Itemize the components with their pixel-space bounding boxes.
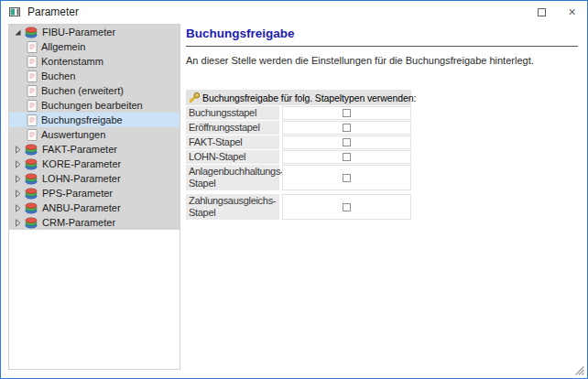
parameter-tree: FIBU-Parameter Allgemein Kontenstamm Buc… — [8, 24, 180, 370]
tree-item-auswertungen[interactable]: Auswertungen — [9, 127, 180, 142]
tree-item-anbu-parameter[interactable]: ANBU-Parameter — [9, 200, 180, 215]
tree-item-fibu-parameter[interactable]: FIBU-Parameter — [9, 25, 180, 39]
tree-item-label: Allgemein — [41, 41, 85, 52]
document-icon — [27, 100, 38, 112]
window-title: Parameter — [27, 5, 79, 18]
window-controls: × — [527, 1, 587, 23]
tree-item-pps-parameter[interactable]: PPS-Parameter — [9, 186, 180, 200]
row-label: Anlagenbuchhaltungs-Stapel — [186, 165, 279, 190]
tree-item-label: LOHN-Parameter — [42, 173, 121, 184]
document-icon — [27, 85, 38, 97]
parameter-window: Parameter × FIBU-Parameter Allgemein Kon… — [0, 0, 588, 379]
checkbox-cell — [282, 165, 411, 190]
anlagenbuchhaltungs-stapel-checkbox[interactable] — [343, 174, 351, 182]
tree-item-label: Buchen — [41, 70, 75, 81]
buchungsstapel-checkbox[interactable] — [343, 109, 351, 117]
tree-item-kore-parameter[interactable]: KORE-Parameter — [9, 157, 180, 171]
row-label: FAKT-Stapel — [186, 135, 279, 149]
tree-item-label: PPS-Parameter — [42, 188, 113, 199]
layers-icon — [24, 173, 38, 185]
tree-item-buchen[interactable]: Buchen — [9, 69, 180, 83]
close-button[interactable]: × — [557, 1, 587, 23]
document-icon — [27, 70, 38, 82]
app-window-icon — [9, 6, 20, 17]
expander-closed-icon[interactable] — [13, 190, 23, 198]
expander-closed-icon[interactable] — [13, 175, 23, 183]
tree-item-label: ANBU-Parameter — [42, 202, 121, 213]
checkbox-cell — [282, 150, 411, 164]
checkbox-cell — [282, 106, 411, 120]
document-icon — [27, 129, 38, 141]
maximize-icon — [538, 8, 546, 16]
tree-item-lohn-parameter[interactable]: LOHN-Parameter — [9, 171, 180, 186]
layers-icon — [24, 217, 38, 229]
titlebar: Parameter × — [1, 1, 587, 23]
table-row-fakt-stapel: FAKT-Stapel — [186, 135, 411, 149]
tree-item-buchen-erweitert[interactable]: Buchen (erweitert) — [9, 83, 180, 98]
table-row-buchungsstapel: Buchungsstapel — [186, 106, 411, 120]
table-row-eroeffnungsstapel: Eröffnungsstapel — [186, 121, 411, 135]
eroeffnungsstapel-checkbox[interactable] — [343, 124, 351, 132]
tree-item-label: FIBU-Parameter — [42, 27, 115, 38]
content-panel: Buchungsfreigabe An dieser Stelle werden… — [186, 24, 582, 220]
resize-grip-icon[interactable] — [573, 364, 584, 375]
table-header: Buchungsfreigabe für folg. Stapeltypen v… — [186, 90, 411, 105]
row-label: Zahlungsausgleichs-Stapel — [186, 194, 279, 220]
lohn-stapel-checkbox[interactable] — [343, 153, 351, 161]
layers-icon — [24, 144, 38, 156]
zahlungsausgleichs-stapel-checkbox[interactable] — [343, 203, 351, 211]
expander-open-icon[interactable] — [13, 28, 23, 37]
expander-closed-icon[interactable] — [13, 160, 23, 168]
tree-item-label: Buchen (erweitert) — [41, 85, 124, 96]
expander-closed-icon[interactable] — [13, 204, 23, 212]
tree-item-label: Buchungsfreigabe — [41, 114, 123, 125]
tree-item-buchungen-bearbeiten[interactable]: Buchungen bearbeiten — [9, 98, 180, 113]
tree-item-label: Buchungen bearbeiten — [41, 100, 143, 111]
tree-item-kontenstamm[interactable]: Kontenstamm — [9, 54, 180, 69]
row-label: Buchungsstapel — [186, 106, 279, 120]
table-row-zahlungsausgleichs-stapel: Zahlungsausgleichs-Stapel — [186, 194, 411, 220]
layers-icon — [24, 27, 38, 38]
stapeltypen-table: Buchungsfreigabe für folg. Stapeltypen v… — [186, 90, 411, 220]
document-icon — [27, 114, 38, 126]
layers-icon — [24, 202, 38, 214]
checkbox-cell — [282, 121, 411, 135]
maximize-button[interactable] — [527, 1, 557, 23]
tree-item-fakt-parameter[interactable]: FAKT-Parameter — [9, 142, 180, 157]
table-row-lohn-stapel: LOHN-Stapel — [186, 150, 411, 164]
tree-item-allgemein[interactable]: Allgemein — [9, 39, 180, 54]
layers-icon — [24, 188, 38, 200]
table-row-anlagenbuchhaltungs-stapel: Anlagenbuchhaltungs-Stapel — [186, 165, 411, 190]
expander-closed-icon[interactable] — [13, 146, 23, 154]
tree-item-crm-parameter[interactable]: CRM-Parameter — [9, 215, 180, 230]
document-icon — [27, 41, 38, 53]
tree-item-label: CRM-Parameter — [42, 217, 115, 228]
tree-item-buchungsfreigabe[interactable]: Buchungsfreigabe — [9, 113, 180, 127]
fakt-stapel-checkbox[interactable] — [343, 138, 351, 146]
title-divider — [186, 46, 578, 47]
row-label: LOHN-Stapel — [186, 150, 279, 164]
layers-icon — [24, 158, 38, 170]
tree-item-label: Kontenstamm — [41, 56, 103, 67]
tree-item-label: FAKT-Parameter — [42, 144, 117, 155]
tree-item-label: KORE-Parameter — [42, 158, 121, 169]
table-header-label: Buchungsfreigabe für folg. Stapeltypen v… — [202, 92, 416, 103]
page-title: Buchungsfreigabe — [186, 27, 582, 40]
expander-closed-icon[interactable] — [13, 219, 23, 227]
tree-item-label: Auswertungen — [41, 129, 105, 140]
key-icon — [188, 92, 201, 104]
checkbox-cell — [282, 194, 411, 220]
close-icon: × — [568, 5, 575, 18]
checkbox-cell — [282, 135, 411, 149]
page-description: An dieser Stelle werden die Einstellunge… — [186, 55, 582, 66]
row-label: Eröffnungsstapel — [186, 121, 279, 135]
document-icon — [27, 56, 38, 68]
